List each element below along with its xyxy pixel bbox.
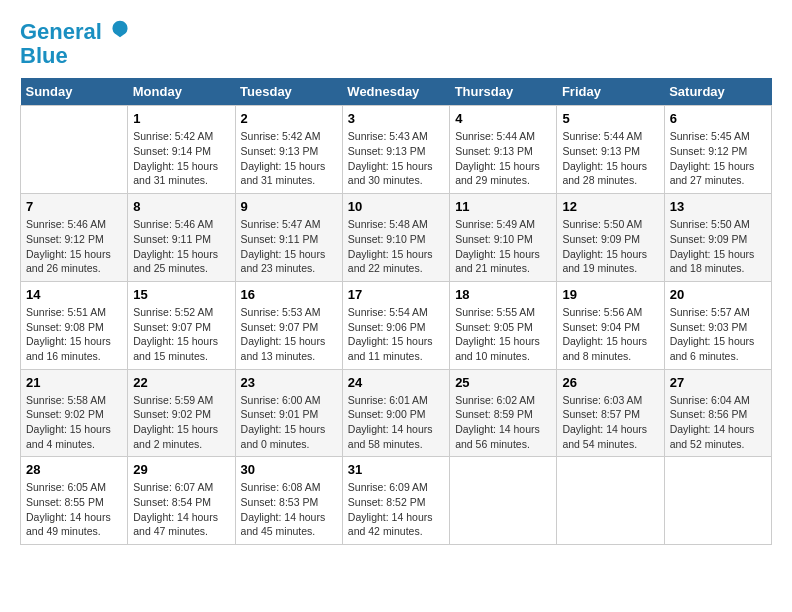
weekday-header-wednesday: Wednesday	[342, 78, 449, 106]
day-info: Sunrise: 5:51 AM Sunset: 9:08 PM Dayligh…	[26, 305, 122, 364]
day-number: 2	[241, 111, 337, 126]
calendar-cell: 5Sunrise: 5:44 AM Sunset: 9:13 PM Daylig…	[557, 106, 664, 194]
day-number: 3	[348, 111, 444, 126]
day-number: 17	[348, 287, 444, 302]
calendar-cell: 24Sunrise: 6:01 AM Sunset: 9:00 PM Dayli…	[342, 369, 449, 457]
calendar-body: 1Sunrise: 5:42 AM Sunset: 9:14 PM Daylig…	[21, 106, 772, 545]
day-info: Sunrise: 5:44 AM Sunset: 9:13 PM Dayligh…	[455, 129, 551, 188]
day-info: Sunrise: 5:55 AM Sunset: 9:05 PM Dayligh…	[455, 305, 551, 364]
calendar-cell: 21Sunrise: 5:58 AM Sunset: 9:02 PM Dayli…	[21, 369, 128, 457]
day-info: Sunrise: 6:03 AM Sunset: 8:57 PM Dayligh…	[562, 393, 658, 452]
day-number: 27	[670, 375, 766, 390]
calendar-header: SundayMondayTuesdayWednesdayThursdayFrid…	[21, 78, 772, 106]
day-number: 10	[348, 199, 444, 214]
header: General Blue	[20, 20, 772, 68]
day-info: Sunrise: 6:05 AM Sunset: 8:55 PM Dayligh…	[26, 480, 122, 539]
calendar-week-row: 7Sunrise: 5:46 AM Sunset: 9:12 PM Daylig…	[21, 194, 772, 282]
day-number: 29	[133, 462, 229, 477]
day-number: 14	[26, 287, 122, 302]
day-info: Sunrise: 5:49 AM Sunset: 9:10 PM Dayligh…	[455, 217, 551, 276]
day-info: Sunrise: 5:42 AM Sunset: 9:14 PM Dayligh…	[133, 129, 229, 188]
calendar-cell: 25Sunrise: 6:02 AM Sunset: 8:59 PM Dayli…	[450, 369, 557, 457]
day-info: Sunrise: 6:01 AM Sunset: 9:00 PM Dayligh…	[348, 393, 444, 452]
day-number: 22	[133, 375, 229, 390]
day-info: Sunrise: 5:47 AM Sunset: 9:11 PM Dayligh…	[241, 217, 337, 276]
weekday-header-saturday: Saturday	[664, 78, 771, 106]
day-number: 9	[241, 199, 337, 214]
day-info: Sunrise: 5:48 AM Sunset: 9:10 PM Dayligh…	[348, 217, 444, 276]
calendar-cell: 6Sunrise: 5:45 AM Sunset: 9:12 PM Daylig…	[664, 106, 771, 194]
calendar-cell: 16Sunrise: 5:53 AM Sunset: 9:07 PM Dayli…	[235, 281, 342, 369]
calendar-cell: 27Sunrise: 6:04 AM Sunset: 8:56 PM Dayli…	[664, 369, 771, 457]
day-info: Sunrise: 6:08 AM Sunset: 8:53 PM Dayligh…	[241, 480, 337, 539]
day-number: 1	[133, 111, 229, 126]
calendar-cell	[450, 457, 557, 545]
day-number: 6	[670, 111, 766, 126]
day-info: Sunrise: 5:50 AM Sunset: 9:09 PM Dayligh…	[562, 217, 658, 276]
day-info: Sunrise: 6:09 AM Sunset: 8:52 PM Dayligh…	[348, 480, 444, 539]
calendar-week-row: 1Sunrise: 5:42 AM Sunset: 9:14 PM Daylig…	[21, 106, 772, 194]
calendar-cell: 12Sunrise: 5:50 AM Sunset: 9:09 PM Dayli…	[557, 194, 664, 282]
calendar-cell: 20Sunrise: 5:57 AM Sunset: 9:03 PM Dayli…	[664, 281, 771, 369]
calendar-week-row: 21Sunrise: 5:58 AM Sunset: 9:02 PM Dayli…	[21, 369, 772, 457]
day-number: 30	[241, 462, 337, 477]
day-info: Sunrise: 5:44 AM Sunset: 9:13 PM Dayligh…	[562, 129, 658, 188]
calendar-cell: 11Sunrise: 5:49 AM Sunset: 9:10 PM Dayli…	[450, 194, 557, 282]
weekday-header-row: SundayMondayTuesdayWednesdayThursdayFrid…	[21, 78, 772, 106]
calendar-cell: 4Sunrise: 5:44 AM Sunset: 9:13 PM Daylig…	[450, 106, 557, 194]
calendar-cell: 2Sunrise: 5:42 AM Sunset: 9:13 PM Daylig…	[235, 106, 342, 194]
calendar-cell: 9Sunrise: 5:47 AM Sunset: 9:11 PM Daylig…	[235, 194, 342, 282]
logo-icon	[110, 19, 130, 39]
calendar-cell: 31Sunrise: 6:09 AM Sunset: 8:52 PM Dayli…	[342, 457, 449, 545]
weekday-header-tuesday: Tuesday	[235, 78, 342, 106]
day-info: Sunrise: 5:53 AM Sunset: 9:07 PM Dayligh…	[241, 305, 337, 364]
day-number: 28	[26, 462, 122, 477]
day-number: 8	[133, 199, 229, 214]
day-info: Sunrise: 5:50 AM Sunset: 9:09 PM Dayligh…	[670, 217, 766, 276]
day-number: 5	[562, 111, 658, 126]
day-info: Sunrise: 5:58 AM Sunset: 9:02 PM Dayligh…	[26, 393, 122, 452]
day-number: 13	[670, 199, 766, 214]
day-info: Sunrise: 5:57 AM Sunset: 9:03 PM Dayligh…	[670, 305, 766, 364]
calendar-cell: 26Sunrise: 6:03 AM Sunset: 8:57 PM Dayli…	[557, 369, 664, 457]
day-info: Sunrise: 5:42 AM Sunset: 9:13 PM Dayligh…	[241, 129, 337, 188]
calendar-cell: 10Sunrise: 5:48 AM Sunset: 9:10 PM Dayli…	[342, 194, 449, 282]
calendar-cell: 7Sunrise: 5:46 AM Sunset: 9:12 PM Daylig…	[21, 194, 128, 282]
day-info: Sunrise: 6:00 AM Sunset: 9:01 PM Dayligh…	[241, 393, 337, 452]
day-info: Sunrise: 5:46 AM Sunset: 9:12 PM Dayligh…	[26, 217, 122, 276]
calendar-cell	[664, 457, 771, 545]
day-number: 11	[455, 199, 551, 214]
calendar-week-row: 14Sunrise: 5:51 AM Sunset: 9:08 PM Dayli…	[21, 281, 772, 369]
day-number: 31	[348, 462, 444, 477]
day-number: 7	[26, 199, 122, 214]
calendar-cell: 19Sunrise: 5:56 AM Sunset: 9:04 PM Dayli…	[557, 281, 664, 369]
day-number: 4	[455, 111, 551, 126]
calendar-cell: 1Sunrise: 5:42 AM Sunset: 9:14 PM Daylig…	[128, 106, 235, 194]
calendar-cell	[557, 457, 664, 545]
day-number: 25	[455, 375, 551, 390]
day-info: Sunrise: 5:52 AM Sunset: 9:07 PM Dayligh…	[133, 305, 229, 364]
calendar-cell: 18Sunrise: 5:55 AM Sunset: 9:05 PM Dayli…	[450, 281, 557, 369]
day-number: 21	[26, 375, 122, 390]
weekday-header-monday: Monday	[128, 78, 235, 106]
day-number: 20	[670, 287, 766, 302]
calendar-cell: 23Sunrise: 6:00 AM Sunset: 9:01 PM Dayli…	[235, 369, 342, 457]
calendar-cell: 22Sunrise: 5:59 AM Sunset: 9:02 PM Dayli…	[128, 369, 235, 457]
calendar-table: SundayMondayTuesdayWednesdayThursdayFrid…	[20, 78, 772, 545]
day-info: Sunrise: 5:45 AM Sunset: 9:12 PM Dayligh…	[670, 129, 766, 188]
logo: General Blue	[20, 20, 130, 68]
day-number: 23	[241, 375, 337, 390]
day-info: Sunrise: 6:07 AM Sunset: 8:54 PM Dayligh…	[133, 480, 229, 539]
weekday-header-friday: Friday	[557, 78, 664, 106]
logo-text: General	[20, 20, 130, 44]
day-info: Sunrise: 5:43 AM Sunset: 9:13 PM Dayligh…	[348, 129, 444, 188]
calendar-cell: 13Sunrise: 5:50 AM Sunset: 9:09 PM Dayli…	[664, 194, 771, 282]
weekday-header-thursday: Thursday	[450, 78, 557, 106]
calendar-cell: 14Sunrise: 5:51 AM Sunset: 9:08 PM Dayli…	[21, 281, 128, 369]
calendar-cell: 17Sunrise: 5:54 AM Sunset: 9:06 PM Dayli…	[342, 281, 449, 369]
calendar-cell: 15Sunrise: 5:52 AM Sunset: 9:07 PM Dayli…	[128, 281, 235, 369]
day-info: Sunrise: 5:56 AM Sunset: 9:04 PM Dayligh…	[562, 305, 658, 364]
day-number: 24	[348, 375, 444, 390]
day-info: Sunrise: 5:46 AM Sunset: 9:11 PM Dayligh…	[133, 217, 229, 276]
calendar-week-row: 28Sunrise: 6:05 AM Sunset: 8:55 PM Dayli…	[21, 457, 772, 545]
